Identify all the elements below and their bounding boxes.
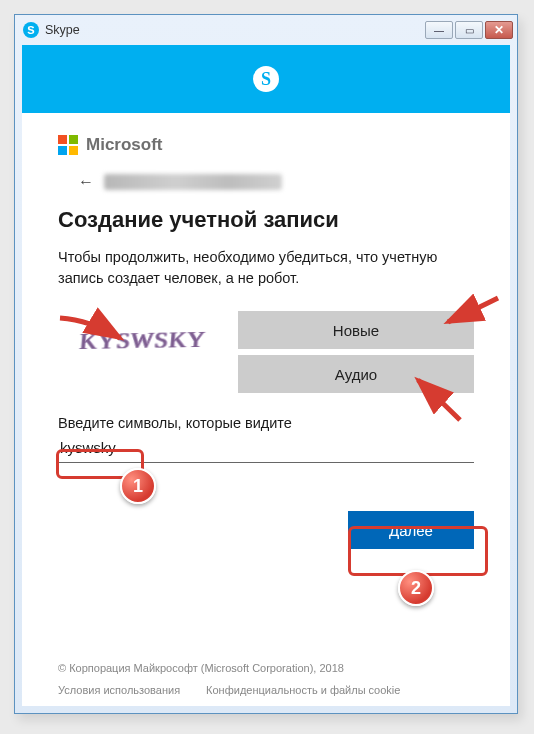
- minimize-button[interactable]: —: [425, 21, 453, 39]
- captcha-new-button[interactable]: Новые: [238, 311, 474, 349]
- captcha-audio-button[interactable]: Аудио: [238, 355, 474, 393]
- titlebar: S Skype — ▭ ✕: [15, 15, 517, 45]
- close-button[interactable]: ✕: [485, 21, 513, 39]
- footer-terms-link[interactable]: Условия использования: [58, 684, 180, 696]
- page-subtitle: Чтобы продолжить, необходимо убедиться, …: [58, 247, 474, 289]
- microsoft-logo: Microsoft: [58, 135, 474, 155]
- client-area: S Microsoft ← Создание учетной записи Чт…: [22, 45, 510, 706]
- footer: © Корпорация Майкрософт (Microsoft Corpo…: [58, 662, 474, 696]
- microsoft-squares-icon: [58, 135, 78, 155]
- captcha-image: KYSWSKY: [58, 315, 228, 365]
- identity-email[interactable]: [104, 174, 282, 190]
- captcha-image-text: KYSWSKY: [79, 325, 207, 354]
- back-arrow-icon[interactable]: ←: [78, 173, 94, 191]
- maximize-button[interactable]: ▭: [455, 21, 483, 39]
- skype-topbar: S: [22, 45, 510, 113]
- microsoft-wordmark: Microsoft: [86, 135, 163, 155]
- footer-privacy-link[interactable]: Конфиденциальность и файлы cookie: [206, 684, 400, 696]
- window-frame: S Skype — ▭ ✕ S Microsoft ←: [14, 14, 518, 714]
- svg-text:S: S: [261, 69, 271, 89]
- page-title: Создание учетной записи: [58, 207, 474, 233]
- next-button[interactable]: Далее: [348, 511, 474, 549]
- window-title: Skype: [45, 23, 80, 37]
- skype-icon: S: [23, 22, 39, 38]
- captcha-input-label: Введите символы, которые видите: [58, 415, 474, 431]
- captcha-input[interactable]: [58, 435, 474, 463]
- skype-logo-icon: S: [251, 64, 281, 94]
- footer-copyright: © Корпорация Майкрософт (Microsoft Corpo…: [58, 662, 474, 674]
